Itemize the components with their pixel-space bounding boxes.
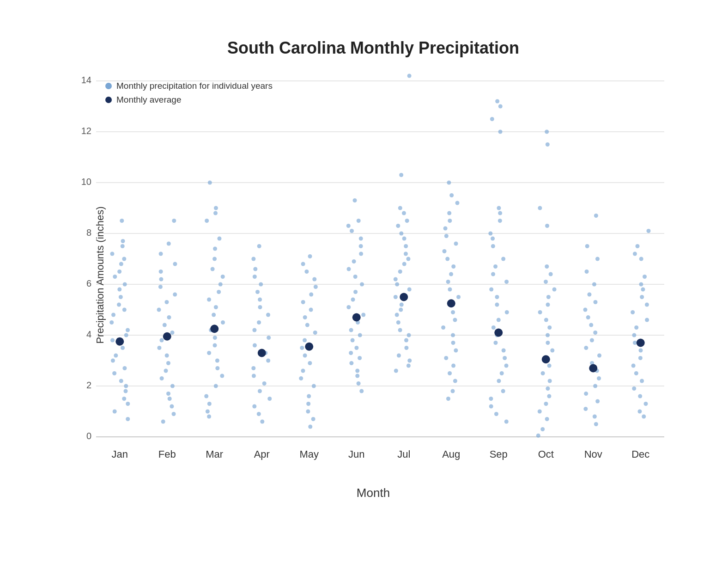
svg-point-220 [446,397,450,401]
svg-point-84 [172,219,176,223]
svg-point-266 [489,288,493,292]
svg-point-187 [357,219,361,223]
legend-average: Monthly average [105,95,273,105]
svg-point-111 [214,206,218,210]
svg-point-49 [117,288,121,292]
svg-point-245 [455,201,460,205]
svg-point-126 [252,328,256,332]
svg-point-92 [215,366,219,370]
svg-text:Apr: Apr [254,448,270,460]
svg-point-167 [358,356,362,360]
svg-point-347 [645,318,649,322]
svg-point-184 [359,237,363,241]
svg-point-172 [349,328,353,332]
svg-point-330 [595,257,600,261]
svg-point-145 [301,369,305,373]
svg-point-144 [299,376,303,380]
svg-point-176 [351,298,355,302]
svg-point-306 [538,206,542,210]
svg-point-353 [643,275,647,279]
chart-container: South Carolina Monthly Precipitation Pre… [22,20,706,556]
svg-point-70 [157,346,161,350]
svg-point-323 [589,323,593,327]
svg-point-207 [402,262,406,266]
svg-point-83 [167,242,171,246]
svg-point-48 [119,295,123,299]
svg-point-286 [544,402,548,406]
svg-point-304 [545,264,549,269]
svg-point-285 [538,410,542,414]
svg-text:Mar: Mar [206,448,223,460]
svg-point-355 [633,252,637,256]
svg-point-77 [173,293,177,297]
svg-point-164 [355,374,359,378]
svg-point-354 [639,257,643,261]
svg-point-96 [213,336,217,340]
svg-point-351 [641,288,645,292]
svg-point-81 [173,262,177,266]
svg-point-247 [447,181,451,185]
svg-point-75 [157,308,161,312]
svg-point-98 [221,320,225,325]
svg-point-106 [212,257,217,261]
svg-point-87 [206,410,210,414]
svg-point-121 [251,366,255,370]
svg-point-72 [170,331,174,335]
svg-point-118 [258,389,262,393]
svg-point-95 [213,343,217,348]
svg-point-60 [161,420,165,424]
svg-point-165 [355,369,359,373]
svg-point-41 [110,338,115,343]
svg-point-177 [353,290,358,294]
svg-point-45 [111,313,115,317]
svg-point-42 [124,333,128,337]
svg-point-242 [443,227,448,231]
svg-point-130 [258,298,262,302]
svg-point-199 [395,313,399,317]
svg-point-201 [400,303,404,307]
svg-point-168 [349,351,353,355]
svg-point-352 [639,282,643,287]
svg-point-290 [541,371,545,375]
svg-point-122 [266,359,270,363]
svg-point-238 [445,257,449,261]
svg-point-326 [593,300,597,304]
svg-point-159 [301,262,305,266]
svg-point-186 [346,224,351,228]
svg-point-175 [346,305,351,309]
svg-point-349 [645,303,649,307]
svg-point-40 [121,346,125,350]
svg-point-47 [117,303,121,307]
svg-point-299 [546,303,550,307]
svg-point-114 [260,420,264,424]
svg-point-303 [549,272,553,276]
svg-point-293 [550,349,554,353]
svg-point-213 [396,224,400,228]
svg-point-280 [495,99,499,104]
svg-text:Jun: Jun [348,448,364,460]
svg-point-249 [504,420,509,424]
svg-point-262 [497,318,501,322]
svg-point-281 [494,329,503,337]
svg-point-209 [404,252,408,256]
svg-point-283 [540,427,545,431]
svg-point-112 [208,181,212,185]
svg-point-109 [205,219,209,223]
svg-point-256 [504,364,509,368]
svg-point-198 [396,320,400,325]
svg-point-346 [634,325,638,330]
svg-point-259 [493,341,497,345]
svg-point-217 [399,173,403,177]
svg-point-162 [359,389,364,393]
svg-point-339 [640,379,644,383]
svg-text:Jan: Jan [112,448,128,460]
svg-text:4: 4 [86,329,91,339]
svg-point-311 [593,415,597,419]
svg-point-337 [638,394,642,398]
svg-point-294 [546,341,550,345]
svg-point-265 [495,295,499,299]
svg-point-86 [207,415,211,419]
svg-point-250 [494,412,498,416]
svg-point-310 [594,422,598,426]
svg-point-79 [159,277,163,282]
